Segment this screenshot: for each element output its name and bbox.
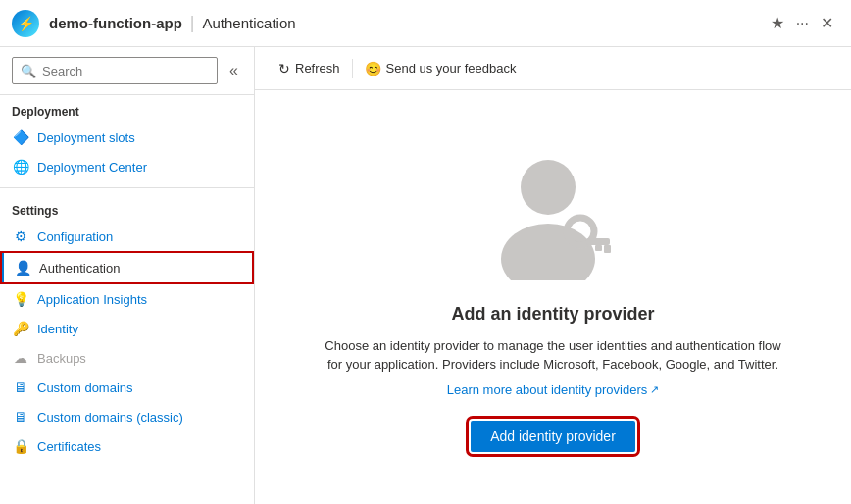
refresh-label: Refresh xyxy=(295,61,340,76)
custom-domains-classic-icon: 🖥 xyxy=(12,408,29,426)
sidebar-item-custom-domains[interactable]: 🖥 Custom domains xyxy=(0,373,254,402)
section-divider xyxy=(0,187,254,188)
custom-domains-classic-label: Custom domains (classic) xyxy=(37,410,183,425)
sidebar-item-certificates[interactable]: 🔒 Certificates xyxy=(0,431,254,461)
add-identity-description: Choose an identity provider to manage th… xyxy=(318,336,788,375)
add-identity-heading: Add an identity provider xyxy=(451,304,654,325)
title-separator: | xyxy=(190,13,195,33)
sidebar-item-authentication[interactable]: 👤 Authentication xyxy=(0,251,254,284)
more-options-button[interactable]: ··· xyxy=(790,11,815,36)
svg-point-1 xyxy=(501,224,595,280)
search-input-wrapper[interactable]: 🔍 xyxy=(12,57,218,84)
deployment-slots-label: Deployment slots xyxy=(37,130,135,145)
backups-label: Backups xyxy=(37,351,86,366)
configuration-label: Configuration xyxy=(37,229,113,244)
feedback-label: Send us your feedback xyxy=(386,61,517,76)
search-input[interactable] xyxy=(42,64,209,78)
custom-domains-label: Custom domains xyxy=(37,380,133,395)
content-toolbar: ↻ Refresh 😊 Send us your feedback xyxy=(255,47,851,90)
authentication-label: Authentication xyxy=(39,261,120,276)
external-link-icon: ↗ xyxy=(650,383,659,396)
deployment-slots-icon: 🔷 xyxy=(12,128,29,146)
learn-more-text: Learn more about identity providers xyxy=(447,382,648,397)
feedback-button[interactable]: 😊 Send us your feedback xyxy=(357,57,525,80)
add-identity-provider-button[interactable]: Add identity provider xyxy=(471,421,635,452)
main-layout: 🔍 « Deployment 🔷 Deployment slots 🌐 Depl… xyxy=(0,47,851,504)
configuration-icon: ⚙ xyxy=(12,227,29,245)
sidebar-search-bar: 🔍 « xyxy=(0,47,254,95)
search-icon: 🔍 xyxy=(21,64,36,78)
sidebar: 🔍 « Deployment 🔷 Deployment slots 🌐 Depl… xyxy=(0,47,255,504)
favorite-button[interactable]: ★ xyxy=(765,10,790,36)
sidebar-item-deployment-center[interactable]: 🌐 Deployment Center xyxy=(0,152,254,181)
deployment-center-icon: 🌐 xyxy=(12,158,29,176)
svg-rect-5 xyxy=(595,245,602,251)
close-button[interactable]: ✕ xyxy=(815,10,839,36)
feedback-icon: 😊 xyxy=(365,61,381,76)
page-title: Authentication xyxy=(203,15,296,31)
title-bar: demo-function-app | Authentication ★ ···… xyxy=(0,0,851,47)
sidebar-item-custom-domains-classic[interactable]: 🖥 Custom domains (classic) xyxy=(0,402,254,431)
custom-domains-icon: 🖥 xyxy=(12,378,29,396)
sidebar-item-deployment-slots[interactable]: 🔷 Deployment slots xyxy=(0,123,254,152)
sidebar-item-identity[interactable]: 🔑 Identity xyxy=(0,314,254,343)
identity-svg xyxy=(484,143,622,280)
deployment-center-label: Deployment Center xyxy=(37,160,147,175)
application-insights-label: Application Insights xyxy=(37,292,147,307)
svg-rect-3 xyxy=(586,238,610,245)
content-main: Add an identity provider Choose an ident… xyxy=(255,90,851,504)
toolbar-separator xyxy=(352,59,353,78)
application-insights-icon: 💡 xyxy=(12,290,29,308)
content-area: ↻ Refresh 😊 Send us your feedback xyxy=(255,47,851,504)
identity-illustration xyxy=(484,143,622,280)
sidebar-collapse-button[interactable]: « xyxy=(225,62,242,79)
refresh-button[interactable]: ↻ Refresh xyxy=(271,57,348,80)
refresh-icon: ↻ xyxy=(278,61,290,76)
deployment-section-label: Deployment xyxy=(0,95,254,123)
identity-label: Identity xyxy=(37,322,78,336)
sidebar-content: Deployment 🔷 Deployment slots 🌐 Deployme… xyxy=(0,95,254,504)
certificates-icon: 🔒 xyxy=(12,437,29,455)
certificates-label: Certificates xyxy=(37,439,101,454)
learn-more-link[interactable]: Learn more about identity providers ↗ xyxy=(447,382,660,397)
svg-point-0 xyxy=(521,160,576,215)
app-icon xyxy=(12,10,39,37)
svg-rect-4 xyxy=(604,245,611,253)
backups-icon: ☁ xyxy=(12,349,29,367)
sidebar-item-application-insights[interactable]: 💡 Application Insights xyxy=(0,284,254,314)
sidebar-item-configuration[interactable]: ⚙ Configuration xyxy=(0,222,254,251)
sidebar-item-backups[interactable]: ☁ Backups xyxy=(0,343,254,373)
settings-section-label: Settings xyxy=(0,194,254,222)
authentication-icon: 👤 xyxy=(14,259,31,277)
app-name: demo-function-app xyxy=(49,15,182,31)
identity-icon: 🔑 xyxy=(12,320,29,337)
